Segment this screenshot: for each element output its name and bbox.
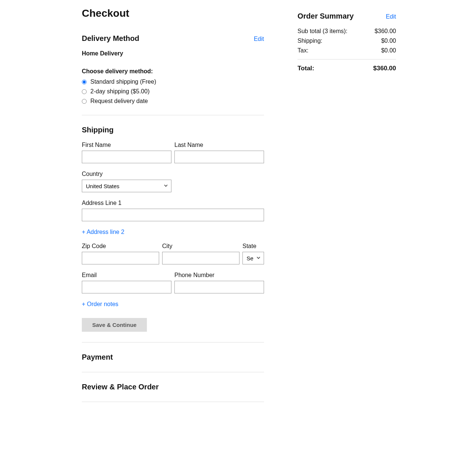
radio-request-date-label[interactable]: Request delivery date — [90, 98, 148, 105]
page-title: Checkout — [82, 7, 264, 19]
add-address2-link[interactable]: + Address line 2 — [82, 229, 124, 235]
radio-standard-shipping-label[interactable]: Standard shipping (Free) — [90, 78, 156, 85]
phone-label: Phone Number — [174, 272, 264, 279]
divider — [82, 402, 264, 402]
email-label: Email — [82, 272, 171, 279]
zip-input[interactable] — [82, 252, 159, 264]
radio-2day-shipping-label[interactable]: 2-day shipping ($5.00) — [90, 88, 149, 95]
summary-edit-link[interactable]: Edit — [386, 13, 396, 20]
first-name-input[interactable] — [82, 151, 171, 163]
summary-subtotal-value: $360.00 — [374, 28, 396, 35]
shipping-heading: Shipping — [82, 126, 264, 134]
state-select[interactable]: Select one — [243, 252, 264, 264]
country-select[interactable]: United States — [82, 180, 171, 192]
country-label: Country — [82, 171, 171, 177]
divider — [82, 115, 264, 115]
city-label: City — [162, 243, 239, 250]
add-order-notes-link[interactable]: + Order notes — [82, 301, 118, 308]
divider — [82, 372, 264, 372]
first-name-label: First Name — [82, 142, 171, 148]
summary-tax-value: $0.00 — [381, 47, 396, 54]
summary-total-value: $360.00 — [373, 65, 396, 72]
city-input[interactable] — [162, 252, 239, 264]
radio-standard-shipping[interactable] — [82, 80, 87, 84]
email-input[interactable] — [82, 281, 171, 293]
summary-subtotal-label: Sub total (3 items): — [298, 28, 347, 35]
summary-heading: Order Summary — [298, 12, 354, 20]
payment-heading: Payment — [82, 353, 264, 361]
divider — [82, 342, 264, 343]
summary-total-label: Total: — [298, 65, 314, 72]
summary-shipping-label: Shipping: — [298, 38, 322, 44]
phone-input[interactable] — [174, 281, 264, 293]
address1-label: Address Line 1 — [82, 200, 264, 206]
delivery-heading: Delivery Method — [82, 34, 139, 43]
last-name-input[interactable] — [174, 151, 264, 163]
choose-method-label: Choose delivery method: — [82, 68, 264, 75]
review-heading: Review & Place Order — [82, 383, 264, 391]
radio-2day-shipping[interactable] — [82, 89, 87, 94]
zip-label: Zip Code — [82, 243, 159, 250]
address1-input[interactable] — [82, 209, 264, 221]
save-continue-button[interactable]: Save & Continue — [82, 318, 147, 332]
radio-request-date[interactable] — [82, 99, 87, 104]
delivery-edit-link[interactable]: Edit — [254, 36, 264, 42]
last-name-label: Last Name — [174, 142, 264, 148]
summary-tax-label: Tax: — [298, 47, 308, 54]
summary-shipping-value: $0.00 — [381, 38, 396, 44]
state-label: State — [242, 243, 264, 250]
delivery-selected-label: Home Delivery — [82, 50, 264, 57]
